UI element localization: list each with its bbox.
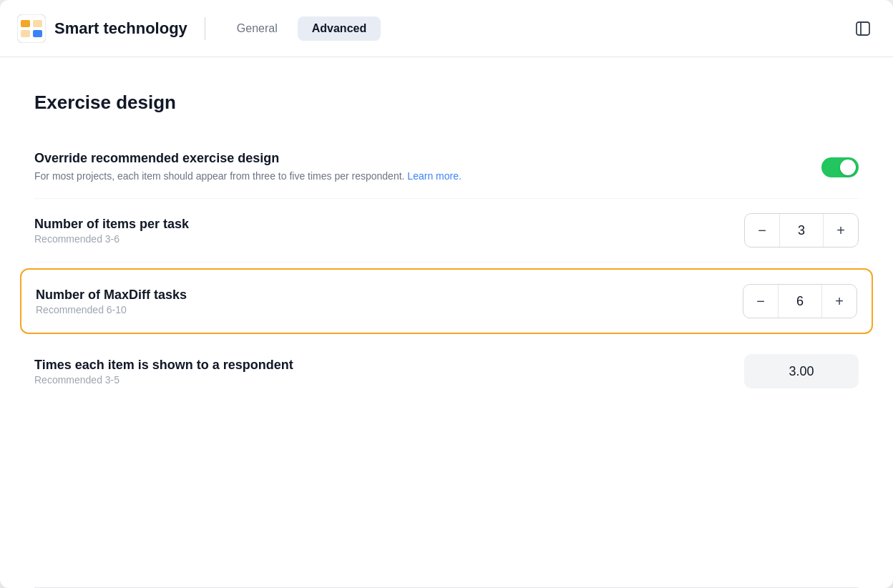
main-content: Exercise design Override recommended exe… — [0, 57, 893, 587]
toggle-thumb — [840, 160, 856, 175]
setting-description-text: For most projects, each item should appe… — [34, 170, 404, 182]
sidebar-toggle-button[interactable] — [850, 16, 876, 41]
svg-rect-0 — [17, 14, 46, 43]
header-divider — [205, 17, 205, 40]
setting-label-times-shown: Times each item is shown to a respondent — [34, 358, 744, 373]
learn-more-link[interactable]: Learn more. — [407, 170, 461, 182]
setting-row-items-per-task: Number of items per task Recommended 3-6… — [34, 199, 859, 263]
tab-general[interactable]: General — [223, 16, 292, 41]
sidebar-icon — [854, 20, 872, 37]
items-per-task-increment[interactable]: + — [824, 214, 858, 247]
setting-label-maxdiff-tasks: Number of MaxDiff tasks — [36, 288, 743, 303]
setting-info-override: Override recommended exercise design For… — [34, 151, 821, 184]
setting-row-times-shown: Times each item is shown to a respondent… — [34, 340, 859, 403]
section-title: Exercise design — [34, 92, 859, 114]
setting-info-items-per-task: Number of items per task Recommended 3-6 — [34, 217, 744, 245]
items-per-task-decrement[interactable]: − — [745, 214, 779, 247]
setting-sublabel-times-shown: Recommended 3-5 — [34, 374, 744, 386]
tab-advanced[interactable]: Advanced — [298, 16, 381, 41]
items-per-task-stepper: − 3 + — [744, 213, 859, 248]
app-window: Smart technology General Advanced Exerci… — [0, 0, 893, 588]
setting-label-items-per-task: Number of items per task — [34, 217, 744, 232]
app-logo-icon — [17, 14, 46, 43]
maxdiff-tasks-decrement[interactable]: − — [743, 285, 778, 318]
svg-rect-3 — [21, 30, 30, 37]
header: Smart technology General Advanced — [0, 0, 893, 57]
setting-label-override: Override recommended exercise design — [34, 151, 821, 166]
override-toggle[interactable] — [821, 157, 859, 177]
svg-rect-1 — [21, 20, 30, 27]
app-title: Smart technology — [54, 19, 187, 38]
setting-row-maxdiff-tasks: Number of MaxDiff tasks Recommended 6-10… — [20, 268, 873, 334]
svg-rect-5 — [857, 22, 869, 35]
maxdiff-tasks-stepper: − 6 + — [743, 284, 857, 318]
items-per-task-value: 3 — [779, 214, 824, 247]
svg-rect-4 — [33, 30, 42, 37]
setting-sublabel-maxdiff-tasks: Recommended 6-10 — [36, 304, 743, 315]
maxdiff-tasks-value: 6 — [778, 285, 822, 318]
svg-rect-2 — [33, 20, 42, 27]
setting-info-times-shown: Times each item is shown to a respondent… — [34, 358, 744, 386]
setting-description-override: For most projects, each item should appe… — [34, 169, 621, 184]
setting-sublabel-items-per-task: Recommended 3-6 — [34, 233, 744, 245]
setting-info-maxdiff-tasks: Number of MaxDiff tasks Recommended 6-10 — [36, 288, 743, 315]
setting-row-override: Override recommended exercise design For… — [34, 137, 859, 199]
times-shown-value: 3.00 — [744, 354, 859, 388]
maxdiff-tasks-increment[interactable]: + — [822, 285, 857, 318]
nav-tabs: General Advanced — [223, 16, 381, 41]
toggle-track — [821, 157, 859, 177]
logo-area: Smart technology — [17, 14, 187, 43]
